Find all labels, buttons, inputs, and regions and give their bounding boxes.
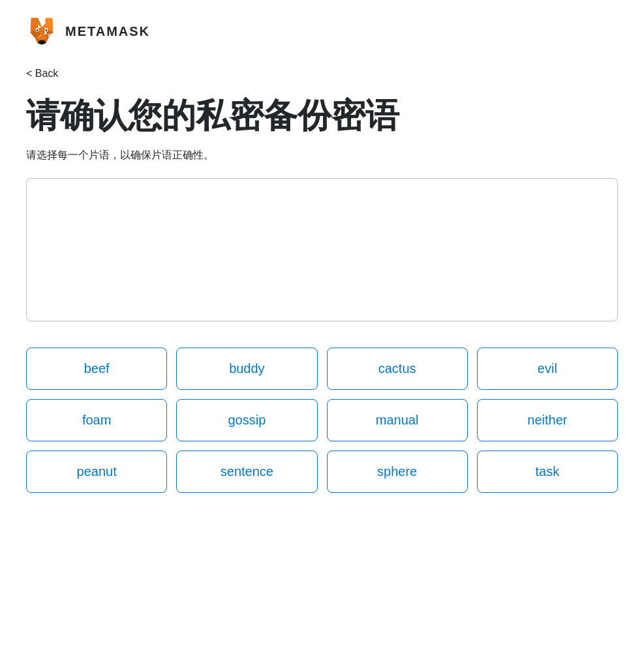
word-button-evil[interactable]: evil <box>477 348 618 390</box>
word-button-buddy[interactable]: buddy <box>176 348 317 390</box>
word-button-sphere[interactable]: sphere <box>327 451 468 493</box>
word-button-neither[interactable]: neither <box>477 399 618 441</box>
svg-point-17 <box>37 29 38 31</box>
back-label: < Back <box>26 68 58 80</box>
word-button-beef[interactable]: beef <box>26 348 167 390</box>
metamask-logo-icon <box>26 16 57 47</box>
word-button-sentence[interactable]: sentence <box>176 451 317 493</box>
word-button-manual[interactable]: manual <box>327 399 468 441</box>
back-link[interactable]: < Back <box>0 63 84 85</box>
metamask-logo-text: METAMASK <box>65 24 150 39</box>
word-button-gossip[interactable]: gossip <box>176 399 317 441</box>
word-button-foam[interactable]: foam <box>26 399 167 441</box>
svg-point-18 <box>46 29 47 31</box>
main-content: 请确认您的私密备份密语 请选择每一个片语，以确保片语正确性。 beefbuddy… <box>0 85 644 519</box>
page-title: 请确认您的私密备份密语 <box>26 95 618 136</box>
header: METAMASK <box>0 0 644 57</box>
word-button-peanut[interactable]: peanut <box>26 451 167 493</box>
word-button-task[interactable]: task <box>477 451 618 493</box>
phrase-display-area <box>26 178 618 321</box>
page-subtitle: 请选择每一个片语，以确保片语正确性。 <box>26 149 618 162</box>
word-grid: beefbuddycactusevilfoamgossipmanualneith… <box>26 348 618 493</box>
word-button-cactus[interactable]: cactus <box>327 348 468 390</box>
